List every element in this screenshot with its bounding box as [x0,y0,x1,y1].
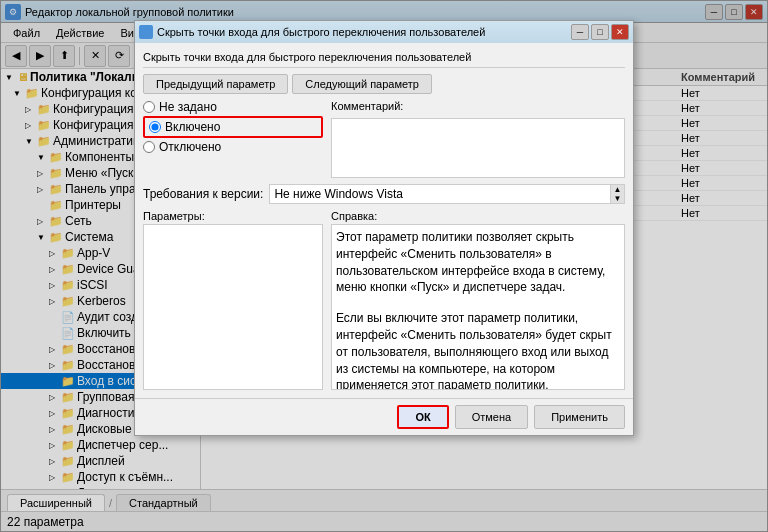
version-scroll-up[interactable]: ▲ [611,185,624,194]
modal-nav: Предыдущий параметр Следующий параметр [143,74,625,94]
apply-button[interactable]: Применить [534,405,625,429]
radio-enabled-input[interactable] [149,121,161,133]
params-box [143,224,323,390]
modal-icon [139,25,153,39]
comment-input[interactable] [331,118,625,178]
radio-not-set-label: Не задано [159,100,217,114]
cancel-button[interactable]: Отмена [455,405,528,429]
radio-enabled[interactable]: Включено [143,116,323,138]
version-scrollbar: ▲ ▼ [610,185,624,203]
modal-close-button[interactable]: ✕ [611,24,629,40]
radio-not-set-input[interactable] [143,101,155,113]
radio-group: Не задано Включено Отключено [143,100,323,178]
modal-footer: ОК Отмена Применить [135,398,633,435]
prev-param-button[interactable]: Предыдущий параметр [143,74,288,94]
settings-area: Не задано Включено Отключено Комментар [143,100,625,178]
params-label: Параметры: [143,210,323,222]
modal-maximize-button[interactable]: □ [591,24,609,40]
version-label: Требования к версии: [143,187,263,201]
version-row: Требования к версии: Не ниже Windows Vis… [143,184,625,204]
radio-enabled-label: Включено [165,120,220,134]
help-label: Справка: [331,210,625,222]
radio-not-set[interactable]: Не задано [143,100,323,114]
params-section: Параметры: [143,210,323,390]
radio-disabled-label: Отключено [159,140,221,154]
radio-disabled[interactable]: Отключено [143,140,323,154]
next-param-button[interactable]: Следующий параметр [292,74,432,94]
version-value: Не ниже Windows Vista [274,187,403,201]
help-text: Этот параметр политики позволяет скрыть … [331,224,625,390]
modal-overlay: Скрыть точки входа для быстрого переключ… [0,0,768,532]
help-section: Справка: Этот параметр политики позволяе… [331,210,625,390]
modal-title: Скрыть точки входа для быстрого переключ… [157,26,571,38]
ok-button[interactable]: ОК [397,405,448,429]
radio-disabled-input[interactable] [143,141,155,153]
version-box: Не ниже Windows Vista ▲ ▼ [269,184,625,204]
comment-area: Комментарий: [331,100,625,178]
modal-title-bar: Скрыть точки входа для быстрого переключ… [135,21,633,43]
modal-minimize-button[interactable]: ─ [571,24,589,40]
modal-body: Скрыть точки входа для быстрого переключ… [135,43,633,398]
modal-lower: Параметры: Справка: Этот параметр полити… [143,210,625,390]
version-scroll-down[interactable]: ▼ [611,194,624,203]
radio-options: Не задано Включено Отключено [143,100,323,154]
comment-label: Комментарий: [331,100,625,112]
modal-subtitle: Скрыть точки входа для быстрого переключ… [143,51,625,68]
modal-controls: ─ □ ✕ [571,24,629,40]
modal-dialog: Скрыть точки входа для быстрого переключ… [134,20,634,436]
